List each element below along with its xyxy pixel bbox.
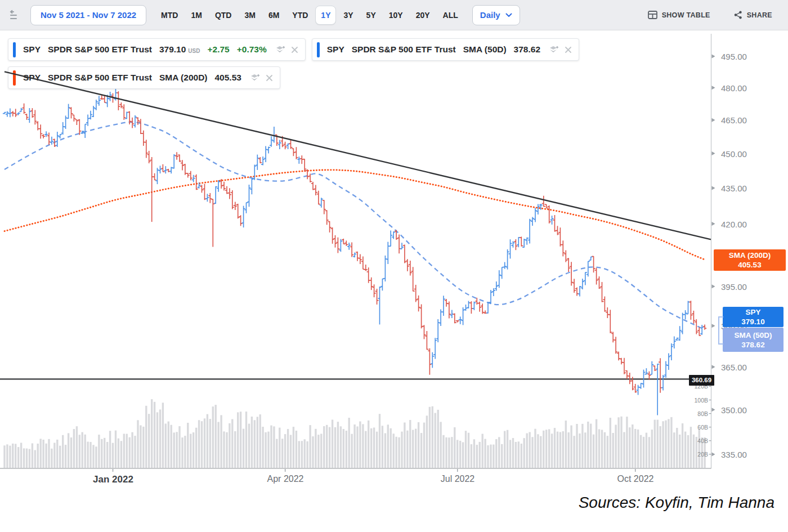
period-button-3m[interactable]: 3M [239,6,261,25]
collapse-sidebar-icon[interactable] [8,7,24,23]
sma200-tag-label: SMA (200D) [714,251,786,260]
legend-chip-sma200[interactable]: SPY SPDR S&P 500 ETF Trust SMA (200D) 40… [8,66,280,89]
chevron-down-icon [505,13,512,17]
period-button-3y[interactable]: 3Y [338,6,359,25]
show-table-label: SHOW TABLE [662,11,710,19]
share-icon [734,11,742,19]
legend-row-2: SPY SPDR S&P 500 ETF Trust SMA (200D) 40… [8,66,280,89]
show-table-button[interactable]: SHOW TABLE [644,10,714,20]
period-button-ytd[interactable]: YTD [286,6,314,25]
period-button-6m[interactable]: 6M [263,6,285,25]
support-level-tag: 360.69 [689,375,714,386]
table-icon [648,11,657,19]
period-button-5y[interactable]: 5Y [361,6,382,25]
security-name: SPDR S&P 500 ETF Trust [352,44,456,55]
spy-price-tag: SPY 379.10 [723,307,783,327]
legend-chip-spy[interactable]: SPY SPDR S&P 500 ETF Trust 379.10 USD +2… [8,38,306,61]
sma50-line[interactable] [5,122,705,330]
chip-icons [250,73,273,82]
period-button-all[interactable]: ALL [437,6,464,25]
close-icon[interactable] [266,74,273,82]
layers-settings-icon[interactable] [250,73,260,82]
last-price: 379.10 [159,44,186,55]
indicator-value: 405.53 [215,73,241,83]
toolbar-right: SHOW TABLE SHARE [644,10,776,20]
koyfin-chart-app: Nov 5 2021 - Nov 7 2022 MTD1MQTD3M6MYTD1… [0,0,788,532]
period-button-mtd[interactable]: MTD [155,6,183,25]
frequency-value: Daily [480,10,500,20]
period-buttons: MTD1MQTD3M6MYTD1Y3Y5Y10Y20YALL [155,6,464,25]
volume-bars [3,399,706,468]
indicator-name: SMA (200D) [159,73,208,83]
close-icon[interactable] [291,46,298,53]
sma200-line[interactable] [5,170,705,260]
ticker: SPY [327,44,344,55]
layers-settings-icon[interactable] [549,45,559,54]
layers-settings-icon[interactable] [275,45,285,54]
date-range-picker[interactable]: Nov 5 2021 - Nov 7 2022 [30,5,146,25]
security-name: SPDR S&P 500 ETF Trust [48,73,152,83]
share-button[interactable]: SHARE [731,10,776,20]
support-tag-value: 360.69 [692,377,711,383]
share-label: SHARE [747,11,772,19]
series-color-bar [13,70,16,86]
price-change-pct: +0.73% [237,44,267,55]
toolbar: Nov 5 2021 - Nov 7 2022 MTD1MQTD3M6MYTD1… [0,0,788,30]
series-color-bar [13,42,16,57]
ticker: SPY [23,44,41,55]
price-change: +2.75 [207,44,229,55]
legend-chip-sma50[interactable]: SPY SPDR S&P 500 ETF Trust SMA (50D) 378… [312,38,579,61]
indicator-value: 378.62 [514,44,540,55]
tag-group-bracket [718,316,723,345]
spy-tag-value: 379.10 [723,317,783,327]
sma50-price-tag: SMA (50D) 378.62 [723,328,783,352]
period-button-qtd[interactable]: QTD [209,6,238,25]
sma50-tag-value: 378.62 [723,340,783,350]
sma200-price-tag: SMA (200D) 405.53 [714,249,786,271]
period-button-1y[interactable]: 1Y [315,6,336,25]
series-color-bar [317,42,320,57]
ticker: SPY [23,73,41,83]
chip-icons [275,45,298,54]
currency-unit: USD [188,48,200,54]
ohlc-bars [3,88,706,415]
close-icon[interactable] [565,46,572,53]
source-attribution: Sources: Koyfin, Tim Hanna [579,494,774,512]
indicator-name: SMA (50D) [463,44,507,55]
spy-tag-label: SPY [723,307,783,317]
legend-row-1: SPY SPDR S&P 500 ETF Trust 379.10 USD +2… [8,38,579,61]
period-button-1m[interactable]: 1M [185,6,207,25]
period-button-20y[interactable]: 20Y [410,6,436,25]
sma50-tag-label: SMA (50D) [723,330,783,340]
frequency-dropdown[interactable]: Daily [472,5,520,25]
sma200-tag-value: 405.53 [714,260,786,270]
security-name: SPDR S&P 500 ETF Trust [48,44,152,55]
chip-icons [549,45,572,54]
period-button-10y[interactable]: 10Y [383,6,409,25]
